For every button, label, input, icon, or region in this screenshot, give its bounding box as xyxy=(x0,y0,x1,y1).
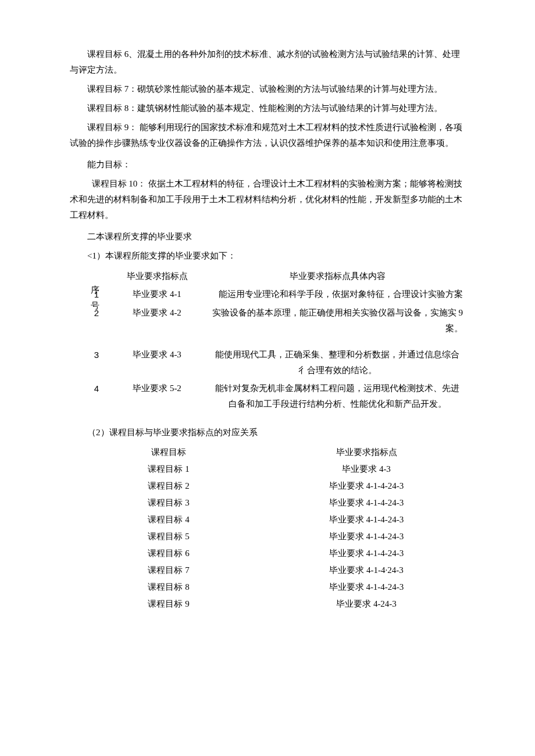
cell-content: 能运用专业理论和科学手段，依据对象特征，合理设计实验方案 xyxy=(209,285,465,304)
cell-requirement: 毕业要求 4-1-4-24-3 xyxy=(268,511,465,528)
cell-objective: 课程目标 7 xyxy=(70,562,268,579)
paragraph-goal-8: 课程目标 8：建筑钢材性能试验的基本规定、性能检测的方法与试验结果的计算与处理方… xyxy=(70,101,465,116)
cell-requirement: 毕业要求 4-1-4-24-3 xyxy=(268,528,465,545)
table-row: 课程目标 4 毕业要求 4-1-4-24-3 xyxy=(70,511,465,528)
header-seq: 序号 xyxy=(70,267,105,285)
table-header-row: 序号 毕业要求指标点 毕业要求指标点具体内容 xyxy=(70,267,465,285)
header-requirement: 毕业要求指标点 xyxy=(268,444,465,461)
subsection-1-label: <1）本课程所能支撑的毕业要求如下： xyxy=(70,248,465,264)
cell-requirement: 毕业要求 4-1-4·24-3 xyxy=(268,562,465,579)
cell-indicator: 毕业要求 4-2 xyxy=(105,304,209,338)
section-heading-2: 二本课程所支撑的毕业要求 xyxy=(70,229,465,245)
cell-indicator: 毕业要求 5-2 xyxy=(105,379,209,413)
table-row: 3 毕业要求 4-3 能使用现代工具，正确采集、整理和分析数据，并通过信息综合彳… xyxy=(70,338,465,379)
cell-seq: 3 xyxy=(70,338,105,379)
subsection-2-label: （2）课程目标与毕业要求指标点的对应关系 xyxy=(70,425,465,440)
cell-requirement: 毕业要求 4-1-4-24-3 xyxy=(268,545,465,562)
table-row: 课程目标 2 毕业要求 4-1-4-24-3 xyxy=(70,478,465,495)
header-seq-text: 序号 xyxy=(87,282,102,314)
paragraph-goal-10: 课程目标 10： 依据土木工程材料的特征，合理设计土木工程材料的实验检测方案；能… xyxy=(70,176,465,223)
cell-indicator: 毕业要求 4-1 xyxy=(105,285,209,304)
table-row: 课程目标 3 毕业要求 4-1-4-24-3 xyxy=(70,495,465,511)
table-row: 4 毕业要求 5-2 能针对复杂无机非金属材料工程问题，运用现代检测技术、先进白… xyxy=(70,379,465,413)
cell-objective: 课程目标 2 xyxy=(70,478,268,495)
cell-requirement: 毕业要求 4-1-4-24-3 xyxy=(268,495,465,511)
cell-requirement: 毕业要求 4-1-4-24-3 xyxy=(268,478,465,495)
cell-requirement: 毕业要求 4-3 xyxy=(268,461,465,478)
table-row: 课程目标 8 毕业要求 4-1-4-24-3 xyxy=(70,579,465,596)
header-content: 毕业要求指标点具体内容 xyxy=(209,267,465,285)
cell-content: 能使用现代工具，正确采集、整理和分析数据，并通过信息综合彳合理有效的结论。 xyxy=(209,338,465,379)
ability-target-label: 能力目标： xyxy=(70,157,465,173)
paragraph-goal-6: 课程目标 6、混凝土用的各种外加剂的技术标准、减水剂的试验检测方法与试验结果的计… xyxy=(70,46,465,78)
cell-objective: 课程目标 8 xyxy=(70,579,268,596)
graduation-requirements-table: 序号 毕业要求指标点 毕业要求指标点具体内容 1 毕业要求 4-1 能运用专业理… xyxy=(70,267,465,413)
table-row: 课程目标 9 毕业要求 4-24-3 xyxy=(70,596,465,612)
cell-objective: 课程目标 4 xyxy=(70,511,268,528)
cell-objective: 课程目标 5 xyxy=(70,528,268,545)
table-row: 1 毕业要求 4-1 能运用专业理论和科学手段，依据对象特征，合理设计实验方案 xyxy=(70,285,465,304)
cell-objective: 课程目标 1 xyxy=(70,461,268,478)
table-row: 课程目标 7 毕业要求 4-1-4·24-3 xyxy=(70,562,465,579)
cell-seq: 4 xyxy=(70,379,105,413)
cell-content: 实验设备的基本原理，能正确使用相关实验仪器与设备，实施实 9 案。 xyxy=(209,304,465,338)
table-row: 课程目标 1 毕业要求 4-3 xyxy=(70,461,465,478)
table-row: 课程目标 5 毕业要求 4-1-4-24-3 xyxy=(70,528,465,545)
cell-indicator: 毕业要求 4-3 xyxy=(105,338,209,379)
paragraph-goal-9: 课程目标 9： 能够利用现行的国家技术标准和规范对土木工程材料的技术性质进行试验… xyxy=(70,120,465,151)
cell-content: 能针对复杂无机非金属材料工程问题，运用现代检测技术、先进白备和加工手段进行结构分… xyxy=(209,379,465,413)
table-row: 2 毕业要求 4-2 实验设备的基本原理，能正确使用相关实验仪器与设备，实施实 … xyxy=(70,304,465,338)
cell-objective: 课程目标 9 xyxy=(70,596,268,612)
header-indicator: 毕业要求指标点 xyxy=(105,267,209,285)
paragraph-goal-7: 课程目标 7：砌筑砂浆性能试验的基本规定、试验检测的方法与试验结果的计算与处理方… xyxy=(70,81,465,97)
cell-requirement: 毕业要求 4-1-4-24-3 xyxy=(268,579,465,596)
table-header-row: 课程目标 毕业要求指标点 xyxy=(70,444,465,461)
table-row: 课程目标 6 毕业要求 4-1-4-24-3 xyxy=(70,545,465,562)
cell-requirement: 毕业要求 4-24-3 xyxy=(268,596,465,612)
header-objective: 课程目标 xyxy=(70,444,268,461)
cell-objective: 课程目标 6 xyxy=(70,545,268,562)
course-objective-mapping-table: 课程目标 毕业要求指标点 课程目标 1 毕业要求 4-3 课程目标 2 毕业要求… xyxy=(70,444,465,612)
cell-objective: 课程目标 3 xyxy=(70,495,268,511)
